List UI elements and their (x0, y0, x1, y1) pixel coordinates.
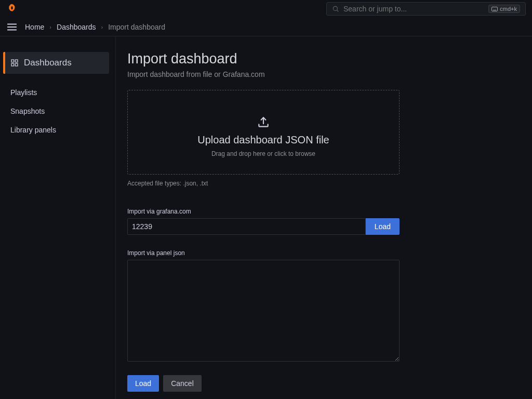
grafana-load-button[interactable]: Load (366, 218, 400, 235)
top-bar: cmd+k (0, 0, 532, 18)
keyboard-icon (491, 7, 498, 11)
page-title: Import dashboard (127, 51, 521, 67)
dashboards-icon (10, 59, 19, 67)
search-container[interactable]: cmd+k (326, 2, 526, 16)
main-content: Import dashboard Import dashboard from f… (115, 36, 532, 399)
nav-bar: Home › Dashboards › Import dashboard (0, 18, 532, 36)
grafana-import-label: Import via grafana.com (127, 208, 521, 215)
keyboard-shortcut-badge: cmd+k (488, 5, 520, 13)
sidebar-item-label: Library panels (10, 126, 56, 134)
upload-icon (257, 115, 270, 129)
sidebar-item-label: Snapshots (10, 107, 45, 115)
breadcrumb-home[interactable]: Home (25, 23, 44, 31)
svg-rect-5 (11, 60, 14, 62)
menu-icon[interactable] (6, 21, 18, 33)
load-button[interactable]: Load (127, 375, 159, 392)
action-row: Load Cancel (127, 375, 521, 392)
shortcut-text: cmd+k (500, 6, 517, 12)
sidebar-item-playlists[interactable]: Playlists (5, 84, 109, 101)
sidebar-item-snapshots[interactable]: Snapshots (5, 103, 109, 119)
dropzone-title: Upload dashboard JSON file (138, 134, 389, 146)
svg-point-0 (333, 6, 337, 10)
sidebar: Dashboards Playlists Snapshots Library p… (0, 36, 115, 399)
sidebar-item-library-panels[interactable]: Library panels (5, 122, 109, 138)
dropzone-subtitle: Drag and drop here or click to browse (138, 150, 389, 157)
page-subtitle: Import dashboard from file or Grafana.co… (127, 70, 521, 78)
json-import-label: Import via panel json (127, 249, 521, 257)
svg-rect-8 (15, 63, 18, 66)
sidebar-item-dashboards[interactable]: Dashboards (5, 52, 109, 74)
svg-rect-7 (11, 63, 14, 66)
accepted-file-types: Accepted file types: .json, .txt (127, 180, 521, 187)
grafana-logo[interactable] (6, 3, 18, 15)
chevron-right-icon: › (101, 24, 103, 30)
search-icon (332, 5, 339, 12)
grafana-com-url-input[interactable] (127, 218, 366, 235)
sidebar-item-label: Dashboards (24, 58, 72, 68)
search-input[interactable] (343, 5, 488, 13)
cancel-button[interactable]: Cancel (163, 375, 202, 392)
svg-rect-6 (15, 60, 18, 62)
breadcrumb-dashboards[interactable]: Dashboards (57, 23, 96, 31)
sidebar-item-label: Playlists (10, 88, 37, 97)
upload-dropzone[interactable]: Upload dashboard JSON file Drag and drop… (127, 90, 400, 175)
panel-json-textarea[interactable] (127, 260, 400, 362)
chevron-right-icon: › (49, 24, 51, 30)
svg-line-1 (337, 10, 339, 12)
breadcrumb: Home › Dashboards › Import dashboard (25, 23, 165, 31)
breadcrumb-current: Import dashboard (108, 23, 165, 31)
